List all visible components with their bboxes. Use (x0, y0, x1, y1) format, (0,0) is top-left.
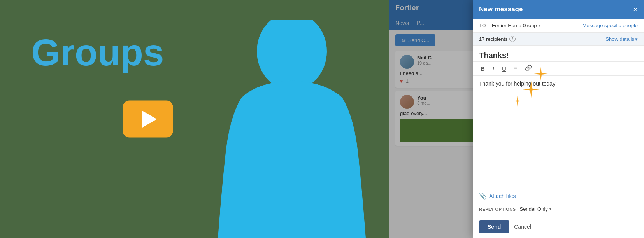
recipient-name: Fortier Home Group (492, 23, 537, 28)
underline-button[interactable]: U (500, 65, 508, 73)
svg-point-0 (257, 20, 327, 90)
play-button[interactable] (123, 101, 173, 138)
link-button[interactable] (524, 64, 533, 73)
video-panel: Groups (0, 0, 389, 238)
reply-option-value: Sender Only (520, 206, 548, 212)
modal-title: New message (479, 5, 523, 13)
subject-row (473, 46, 644, 61)
to-row: TO Fortier Home Group ▾ Message specific… (473, 19, 644, 33)
reply-options-label: REPLY OPTIONS (479, 207, 516, 212)
message-text: Thank you for helping out today! (479, 80, 638, 87)
modal-header: New message × (473, 0, 644, 19)
info-icon[interactable]: i (509, 36, 516, 42)
groups-title: Groups (31, 31, 164, 74)
show-details-button[interactable]: Show details ▾ (605, 36, 638, 42)
recipients-count-text: 17 recipients (479, 36, 508, 42)
new-message-modal: New message × TO Fortier Home Group ▾ Me… (473, 0, 644, 238)
play-icon (142, 110, 157, 128)
reply-options-row: REPLY OPTIONS Sender Only ▾ (473, 203, 644, 215)
send-button[interactable]: Send (479, 220, 509, 233)
italic-button[interactable]: I (491, 65, 496, 73)
attach-row[interactable]: 📎 Attach files (473, 189, 644, 203)
chevron-down-icon: ▾ (539, 23, 540, 28)
formatting-toolbar: B I U ≡ (473, 61, 644, 76)
link-icon (525, 65, 532, 71)
modal-body: TO Fortier Home Group ▾ Message specific… (473, 19, 644, 215)
message-area[interactable]: Thank you for helping out today! (473, 76, 644, 189)
recipients-count: 17 recipients i (479, 36, 516, 42)
message-specific-people-link[interactable]: Message specific people (583, 23, 638, 28)
close-button[interactable]: × (633, 5, 638, 13)
play-button-container[interactable] (123, 101, 173, 138)
attach-files-button[interactable]: Attach files (489, 193, 516, 199)
paperclip-icon: 📎 (479, 192, 487, 200)
list-button[interactable]: ≡ (512, 65, 519, 73)
cancel-button[interactable]: Cancel (514, 224, 531, 230)
chevron-down-icon-reply: ▾ (549, 207, 551, 211)
subject-input[interactable] (479, 49, 638, 61)
to-label: TO (479, 23, 489, 28)
chevron-down-icon-details: ▾ (635, 36, 638, 42)
silhouette-figure (218, 20, 366, 238)
modal-footer: Send Cancel (473, 215, 644, 238)
bold-button[interactable]: B (479, 65, 486, 73)
recipients-row: 17 recipients i Show details ▾ (473, 33, 644, 46)
reply-options-dropdown[interactable]: Sender Only ▾ (520, 206, 551, 212)
to-recipient[interactable]: Fortier Home Group ▾ (492, 23, 540, 28)
